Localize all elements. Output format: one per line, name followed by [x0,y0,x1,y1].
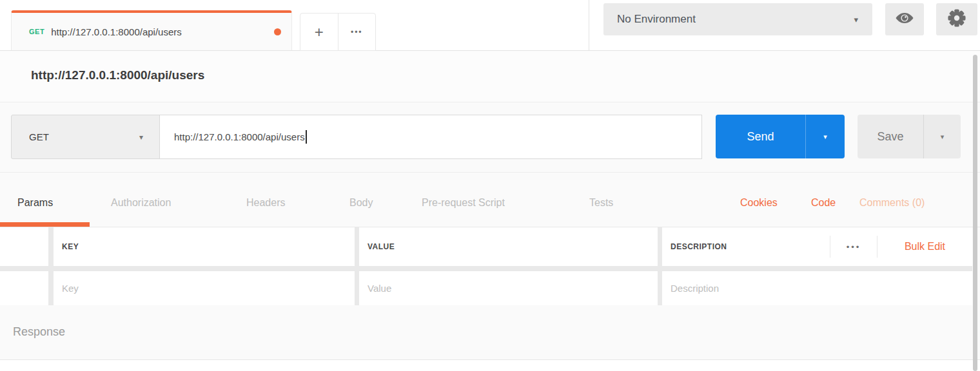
request-tabs-bar: Params Authorization Headers Body Pre-re… [0,173,980,227]
table-options-button[interactable]: ••• [830,242,877,252]
tab-url-label: http://127.0.0.1:8000/api/users [51,26,182,37]
description-header-cell: DESCRIPTION ••• Bulk Edit [662,227,972,266]
send-button-group: Send ▾ [716,115,845,158]
description-column-header: DESCRIPTION [662,242,727,251]
settings-button[interactable] [936,3,977,35]
tab-options-button[interactable]: ••• [338,14,376,50]
response-body-area [0,360,980,371]
key-column-header: KEY [54,227,355,266]
url-input-value: http://127.0.0.1:8000/api/users [174,131,305,142]
top-bar: GET http://127.0.0.1:8000/api/users + ••… [0,0,980,51]
send-button[interactable]: Send [716,115,805,158]
unsaved-indicator-dot-icon [274,28,281,35]
chevron-down-icon: ▾ [854,15,858,24]
postman-app: GET http://127.0.0.1:8000/api/users + ••… [0,0,980,371]
tab-tests[interactable]: Tests [589,197,613,209]
comments-link[interactable]: Comments (0) [859,197,925,209]
key-input[interactable] [54,271,355,305]
request-tab[interactable]: GET http://127.0.0.1:8000/api/users [11,10,292,50]
tab-params[interactable]: Params [17,197,53,209]
description-input[interactable] [662,271,972,305]
eye-icon [895,12,914,27]
tab-body[interactable]: Body [349,197,373,209]
environment-quick-look-button[interactable] [885,3,924,35]
request-builder: GET ▾ http://127.0.0.1:8000/api/users Se… [0,102,980,173]
method-selected-value: GET [29,131,49,142]
plus-icon: + [315,23,324,41]
cookies-link[interactable]: Cookies [740,197,778,209]
value-input[interactable] [359,271,658,305]
method-dropdown[interactable]: GET ▾ [11,115,160,159]
request-title-section: http://127.0.0.1:8000/api/users [0,51,980,102]
gear-icon [946,8,967,31]
value-input-cell [359,271,658,305]
value-column-header: VALUE [359,227,658,266]
vertical-scrollbar[interactable] [973,55,977,371]
tab-headers[interactable]: Headers [246,197,285,209]
text-cursor [306,130,307,144]
send-options-button[interactable]: ▾ [806,115,845,158]
chevron-down-icon: ▾ [823,133,827,141]
new-tab-button[interactable]: + [300,14,338,50]
key-input-cell [54,271,355,305]
active-tab-underline [0,222,90,227]
save-options-button[interactable]: ▾ [924,115,961,158]
bulk-edit-link[interactable]: Bulk Edit [877,241,972,252]
chevron-down-icon: ▾ [139,133,143,142]
save-button-group: Save ▾ [858,115,961,158]
description-input-cell [662,271,972,305]
key-header-cell: KEY [54,227,355,266]
tab-pre-request-script[interactable]: Pre-request Script [422,197,505,209]
ellipsis-icon: ••• [351,28,363,37]
topbar-divider [589,0,589,50]
ellipsis-icon: ••• [847,242,861,252]
params-table: KEY VALUE DESCRIPTION ••• Bulk Edit [0,227,972,305]
tab-method-badge: GET [29,28,44,35]
code-link[interactable]: Code [811,197,836,209]
page-title: http://127.0.0.1:8000/api/users [31,68,204,82]
url-input[interactable]: http://127.0.0.1:8000/api/users [159,115,702,159]
value-header-cell: VALUE [359,227,658,266]
row-handle-cell [0,271,48,305]
chevron-down-icon: ▾ [941,133,945,141]
save-button[interactable]: Save [858,115,923,158]
response-section: Response [0,305,980,371]
environment-selected-value: No Environment [617,13,696,26]
tab-actions: + ••• [300,13,376,51]
environment-selector[interactable]: No Environment ▾ [603,3,872,35]
row-handle-header-cell [0,227,48,266]
tab-authorization[interactable]: Authorization [111,197,171,209]
response-label: Response [13,325,65,339]
